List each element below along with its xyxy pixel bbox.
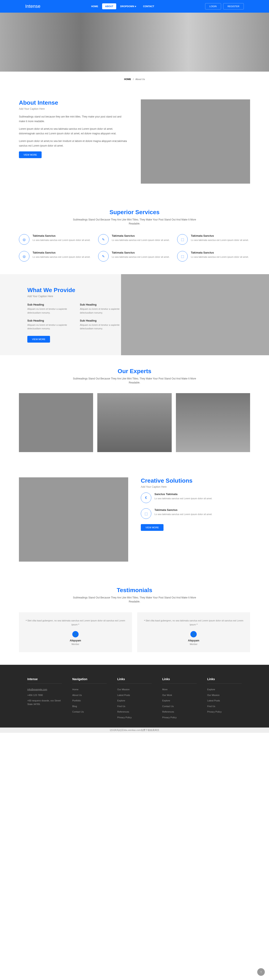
main-nav: HOME ABOUT DROPDOWN ▾ CONTACT [88, 3, 157, 10]
creative-section: Creative Solutions Add Your Caption Here… [19, 465, 250, 574]
provide-item: Sub HeadingAliquam eu lorem et tenetur a… [80, 319, 128, 331]
footer-link[interactable]: Latest Posts [207, 699, 242, 702]
footer-link[interactable]: Latest Posts [117, 694, 152, 697]
footer-link[interactable]: Privacy Policy [162, 716, 197, 719]
service-item: ✎Takimata SanctusLo sea takimata sanctus… [98, 251, 171, 261]
footer-link[interactable]: Privacy Policy [117, 716, 152, 719]
auth-buttons: LOGIN REGISTER [205, 3, 244, 10]
experts-title: Our Experts [19, 368, 250, 375]
testimonial-card: ❝ Stet clita kasd gubergren, no sea taki… [137, 612, 250, 652]
footer-link[interactable]: References [117, 710, 152, 714]
expert-image [19, 393, 93, 452]
brand-logo[interactable]: Intense [25, 3, 40, 9]
footer-link[interactable]: Contact Us [162, 705, 197, 708]
about-caption: Add Your Caption Here [19, 107, 128, 110]
testimonials-title: Testimonials [19, 587, 250, 593]
footer-link[interactable]: Our Mission [117, 688, 152, 691]
footer-link[interactable]: Find Us [117, 705, 152, 708]
footer-links-col: Links Our MissionLatest PostsExploreFind… [117, 678, 152, 721]
footer-link[interactable]: Privacy Policy [207, 710, 242, 714]
footer-link[interactable]: Blog [72, 705, 107, 708]
service-icon: ⬚ [177, 251, 188, 261]
testimonial-card: ❝ Stet clita kasd gubergren, no sea taki… [19, 612, 132, 652]
register-button[interactable]: REGISTER [223, 3, 244, 10]
nav-about[interactable]: ABOUT [102, 3, 116, 9]
view-more-button[interactable]: View More [27, 336, 50, 343]
footer-link[interactable]: Our Work [162, 694, 197, 697]
about-title: About Intense [19, 99, 128, 106]
services-section: Superior Services Subheadings Stand Out … [19, 196, 250, 274]
provide-section: What We Provide Add Your Caption Here Su… [0, 274, 269, 355]
service-item: ⬚Takimata SanctusLo sea takimata sanctus… [177, 234, 250, 245]
footer-link[interactable]: Portfolio [72, 699, 107, 702]
quote-icon: ❞ [196, 624, 198, 626]
footer-nav-col: Navigation HomeAbout UsPortfolioBlogCont… [72, 678, 107, 721]
testimonials-section: Testimonials Subheadings Stand Out Becau… [19, 574, 250, 665]
footer-link[interactable]: Find Us [207, 705, 242, 708]
expert-image [176, 393, 250, 452]
services-title: Superior Services [19, 209, 250, 216]
breadcrumb-home[interactable]: HOME [124, 78, 131, 80]
view-more-button[interactable]: VIEW MORE [19, 151, 42, 158]
avatar-icon: 👤 [72, 631, 79, 637]
footer-link[interactable]: Explore [162, 699, 197, 702]
creative-item: €Sanctus TakimataLo sea takimata sanctus… [141, 493, 250, 503]
provide-item: Sub HeadingAliquam eu lorem et tenetur a… [80, 303, 128, 315]
avatar-icon: 👤 [190, 631, 197, 637]
quote-icon: ❝ [25, 619, 27, 622]
footer-links-col: Links MoreOur WorkExploreContact UsRefer… [162, 678, 197, 721]
service-item: ◎Takimata SanctusLo sea takimata sanctus… [19, 234, 92, 245]
nav-dropdown[interactable]: DROPDOWN ▾ [117, 3, 139, 10]
service-icon: ◎ [19, 251, 29, 261]
footer-link[interactable]: Home [72, 688, 107, 691]
creative-icon: ⬚ [141, 508, 151, 519]
hero-banner [0, 13, 269, 72]
creative-item: ⬚Takimata SanctusLo sea takimata sanctus… [141, 508, 250, 519]
footer-contact: Intense info@example.com +456 123 7890 +… [27, 678, 62, 721]
footer-link[interactable]: Contact Us [72, 710, 107, 714]
service-icon: ✎ [98, 234, 109, 245]
service-item: ✎Takimata SanctusLo sea takimata sanctus… [98, 234, 171, 245]
provide-item: Sub HeadingAliquam eu lorem et tenetur a… [27, 303, 76, 315]
provide-title: What We Provide [27, 287, 128, 294]
quote-icon: ❞ [78, 624, 79, 626]
footer-email[interactable]: info@example.com [27, 688, 62, 691]
header: Intense HOME ABOUT DROPDOWN ▾ CONTACT LO… [0, 0, 269, 13]
provide-image [121, 274, 269, 355]
footer-links-col: Links ExploreOur MissionLatest PostsFind… [207, 678, 242, 721]
expert-image [97, 393, 171, 452]
footer-link[interactable]: Explore [117, 699, 152, 702]
about-section: About Intense Add Your Caption Here Subh… [19, 87, 250, 196]
footer: Intense info@example.com +456 123 7890 +… [0, 665, 269, 727]
breadcrumb-current: About Us [135, 78, 145, 80]
creative-icon: € [141, 493, 151, 503]
service-item: ⬚Takimata SanctusLo sea takimata sanctus… [177, 251, 250, 261]
provide-item: Sub HeadingAliquam eu lorem et tenetur a… [27, 319, 76, 331]
nav-contact[interactable]: CONTACT [140, 3, 157, 9]
service-icon: ◎ [19, 234, 29, 245]
watermark: 访问闲鸟社区bbs.xienliao.com免费下载精美网页 [0, 727, 269, 733]
footer-link[interactable]: More [162, 688, 197, 691]
nav-home[interactable]: HOME [88, 3, 101, 9]
creative-title: Creative Solutions [141, 477, 250, 484]
breadcrumb: HOME / About Us [0, 72, 269, 87]
service-icon: ✎ [98, 251, 109, 261]
about-image [141, 99, 250, 184]
creative-image [19, 477, 128, 562]
view-more-button[interactable]: View More [141, 524, 163, 531]
footer-link[interactable]: Explore [207, 688, 242, 691]
experts-section: Our Experts Subheadings Stand Out Becaus… [19, 355, 250, 465]
login-button[interactable]: LOGIN [205, 3, 221, 10]
quote-icon: ❝ [144, 619, 145, 622]
footer-link[interactable]: About Us [72, 694, 107, 697]
footer-link[interactable]: References [162, 710, 197, 714]
service-icon: ⬚ [177, 234, 188, 245]
footer-link[interactable]: Our Mission [207, 694, 242, 697]
service-item: ◎Takimata SanctusLo sea takimata sanctus… [19, 251, 92, 261]
